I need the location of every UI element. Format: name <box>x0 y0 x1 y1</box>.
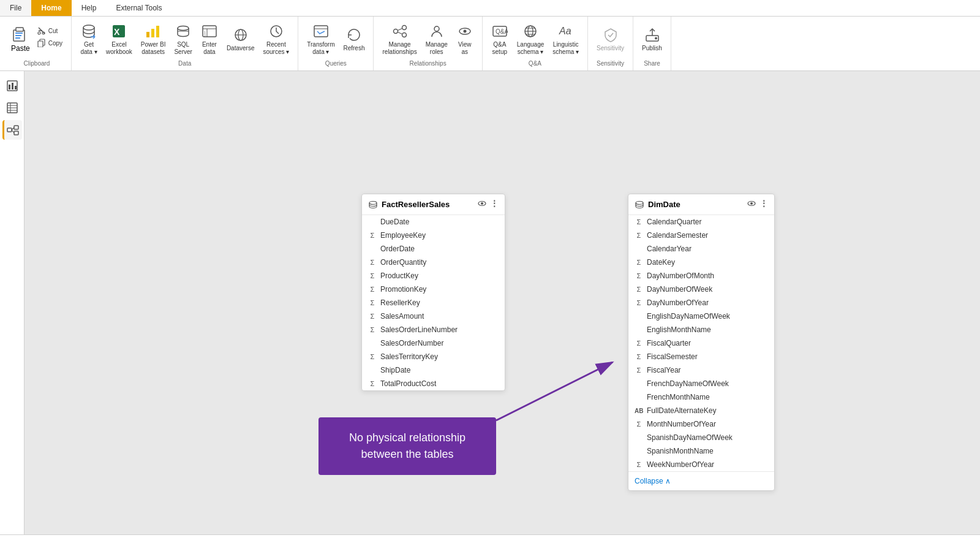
svg-rect-58 <box>7 128 12 132</box>
get-data-button[interactable]: Getdata ▾ <box>77 20 101 58</box>
dataverse-label: Dataverse <box>227 45 255 52</box>
powerbi-icon <box>145 23 162 40</box>
table-row: CalendarYear <box>628 242 774 256</box>
tooltip-text: No physical relationshipbetween the tabl… <box>349 431 466 460</box>
manage-roles-label: Manageroles <box>426 41 448 56</box>
visibility-icon-2[interactable] <box>747 199 756 210</box>
enter-data-button[interactable]: 1 2 Enterdata <box>197 20 222 58</box>
group-share: Publish Share <box>633 17 671 70</box>
clipboard-group-label: Clipboard <box>24 60 50 68</box>
left-sidebar <box>0 71 24 534</box>
view-as-label: Viewas <box>458 41 472 56</box>
sql-server-button[interactable]: SQLServer <box>170 20 195 58</box>
table-row: EnglishMonthName <box>628 323 774 336</box>
table-row: ΣSalesTerritoryKey <box>362 350 505 363</box>
svg-rect-29 <box>314 26 328 37</box>
svg-rect-2 <box>15 32 23 34</box>
svg-point-31 <box>393 29 398 33</box>
qanda-group-label: Q&A <box>529 60 541 68</box>
table-row: ΣDayNumberOfWeek <box>628 283 774 296</box>
collapse-link[interactable]: Collapse ∧ <box>635 477 671 485</box>
table-row: EnglishDayNameOfWeek <box>628 309 774 323</box>
table-row: ΣDayNumberOfYear <box>628 296 774 309</box>
publish-button[interactable]: Publish <box>638 24 666 55</box>
tab-external-tools[interactable]: External Tools <box>106 0 172 16</box>
svg-point-63 <box>369 201 377 204</box>
qa-setup-label: Q&Asetup <box>492 41 507 56</box>
table-row: ΣDayNumberOfMonth <box>628 269 774 283</box>
svg-line-34 <box>398 28 402 30</box>
table-row: ShipDate <box>362 363 505 377</box>
svg-rect-17 <box>146 32 149 37</box>
get-data-icon <box>80 23 97 40</box>
recent-sources-label: Recentsources ▾ <box>263 41 289 56</box>
dim-date-card: DimDate ⋮ ΣCalendarQuarter ΣCalendarSeme… <box>628 194 775 491</box>
group-queries: Transformdata ▾ Refresh Queries <box>298 17 374 70</box>
ribbon-tab-bar: File Home Help External Tools <box>0 0 980 17</box>
table-row: ΣFiscalYear <box>628 363 774 377</box>
table-row: ΣMonthNumberOfYear <box>628 417 774 431</box>
table-row: SalesOrderNumber <box>362 336 505 350</box>
sql-icon <box>175 23 192 40</box>
sidebar-item-data[interactable] <box>2 98 22 118</box>
table-row: ΣCalendarQuarter <box>628 215 774 229</box>
ribbon: File Home Help External Tools <box>0 0 980 71</box>
table-row: DueDate <box>362 215 505 229</box>
table-row: SpanishMonthName <box>628 444 774 458</box>
svg-rect-10 <box>38 41 43 47</box>
recent-sources-button[interactable]: Recentsources ▾ <box>259 20 293 58</box>
language-schema-button[interactable]: Languageschema ▾ <box>513 20 548 58</box>
more-options-icon-2[interactable]: ⋮ <box>760 199 768 210</box>
cut-label: Cut <box>48 28 58 34</box>
recent-sources-icon <box>268 23 285 40</box>
svg-rect-3 <box>15 35 21 36</box>
dataverse-button[interactable]: Dataverse <box>223 24 258 55</box>
tab-help[interactable]: Help <box>72 0 107 16</box>
sensitivity-button[interactable]: Sensitivity <box>593 24 628 55</box>
view-as-button[interactable]: Viewas <box>453 20 477 58</box>
manage-roles-button[interactable]: Manageroles <box>422 20 451 58</box>
excel-icon: X <box>110 23 127 40</box>
svg-rect-50 <box>9 85 10 89</box>
svg-text:Q&A: Q&A <box>496 28 508 35</box>
excel-workbook-button[interactable]: X Excelworkbook <box>102 20 136 58</box>
no-relationship-tooltip: No physical relationshipbetween the tabl… <box>318 417 496 475</box>
refresh-button[interactable]: Refresh <box>339 24 368 55</box>
tab-home[interactable]: Home <box>31 0 71 16</box>
powerbi-datasets-button[interactable]: Power BIdatasets <box>137 20 170 58</box>
svg-point-32 <box>402 25 406 29</box>
manage-relationships-button[interactable]: Managerelationships <box>379 20 420 58</box>
more-options-icon[interactable]: ⋮ <box>490 199 499 210</box>
sidebar-item-model[interactable] <box>2 120 22 140</box>
visibility-icon[interactable] <box>478 199 486 210</box>
paste-button[interactable]: Paste <box>7 23 34 55</box>
share-group-label: Share <box>644 60 660 68</box>
sensitivity-group-label: Sensitivity <box>597 60 624 68</box>
svg-point-38 <box>463 29 466 32</box>
powerbi-datasets-label: Power BIdatasets <box>141 41 166 56</box>
linguistic-schema-label: Linguisticschema ▾ <box>552 41 579 56</box>
dataverse-icon <box>232 26 249 44</box>
svg-rect-16 <box>156 26 159 37</box>
main-canvas[interactable]: FactResellerSales ⋮ DueDate ΣEmployeeKey… <box>24 71 980 534</box>
transform-icon <box>312 23 330 40</box>
data-group-label: Data <box>178 60 191 68</box>
svg-point-66 <box>636 201 643 204</box>
queries-group-label: Queries <box>325 60 347 68</box>
sidebar-item-report[interactable] <box>2 76 22 96</box>
dim-date-title: DimDate <box>648 200 680 209</box>
copy-button[interactable]: Copy <box>35 37 65 48</box>
cut-button[interactable]: Cut <box>35 25 65 36</box>
view-as-icon <box>456 23 473 40</box>
svg-point-33 <box>402 32 406 37</box>
fact-reseller-sales-header: FactResellerSales ⋮ <box>362 194 505 215</box>
table-row: ΣOrderQuantity <box>362 256 505 269</box>
table-row: ΣSalesOrderLineNumber <box>362 323 505 336</box>
qa-setup-button[interactable]: Q&A Q&Asetup <box>488 20 512 58</box>
cut-icon <box>37 26 46 35</box>
table-row: ΣFiscalQuarter <box>628 336 774 350</box>
transform-data-button[interactable]: Transformdata ▾ <box>303 20 338 58</box>
tab-file[interactable]: File <box>0 0 31 16</box>
linguistic-schema-button[interactable]: Aa Linguisticschema ▾ <box>549 20 582 58</box>
relationships-group-label: Relationships <box>410 60 447 68</box>
